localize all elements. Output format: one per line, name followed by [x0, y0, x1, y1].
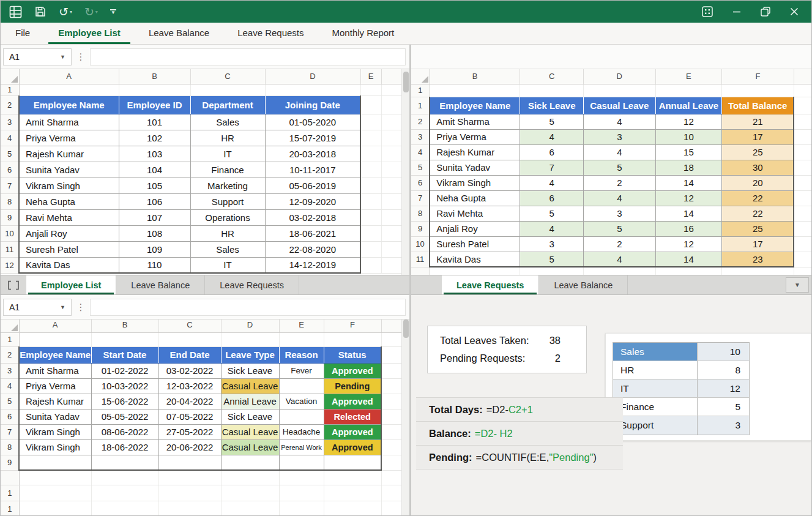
column-header[interactable]: A — [19, 69, 119, 84]
row-header[interactable]: 2 — [1, 95, 19, 114]
cell[interactable] — [324, 455, 381, 470]
cell[interactable]: Rajesh Kumar — [430, 144, 520, 160]
row-header[interactable]: 8 — [1, 193, 19, 209]
row-header[interactable]: 7 — [411, 190, 430, 206]
cell[interactable] — [158, 501, 221, 516]
cell[interactable]: HR — [190, 225, 265, 241]
cell[interactable]: 4 — [583, 144, 655, 160]
save-icon[interactable] — [34, 6, 47, 18]
row-header[interactable]: 6 — [1, 409, 19, 424]
row-header[interactable]: 1 — [411, 84, 430, 97]
cell[interactable]: 18-06-2022 — [91, 439, 158, 455]
row-header[interactable]: 6 — [411, 175, 430, 190]
cell[interactable]: Casual Leave — [221, 424, 279, 439]
cell[interactable] — [794, 144, 812, 160]
table-header-cell[interactable]: Start Date — [91, 346, 158, 363]
cell[interactable]: 03-02-2018 — [265, 209, 360, 225]
table-header-cell[interactable]: Total Balance — [722, 97, 794, 114]
cell[interactable] — [381, 332, 401, 346]
cell[interactable]: 23 — [722, 252, 794, 267]
undo-icon[interactable]: ↺▾ — [59, 6, 72, 18]
cell[interactable] — [794, 206, 812, 221]
cell[interactable] — [221, 485, 279, 501]
sheet-tab-leave-requests[interactable]: Leave Requests — [442, 275, 539, 294]
cell[interactable]: 15-06-2022 — [91, 394, 158, 409]
table-header-cell[interactable]: Employee Name — [19, 346, 91, 363]
row-header[interactable]: 2 — [1, 346, 19, 363]
cell[interactable]: 14-12-2019 — [265, 257, 360, 273]
table-header-cell[interactable]: Reason — [279, 346, 324, 363]
cell[interactable]: Marketing — [190, 178, 265, 193]
cell[interactable]: 110 — [119, 257, 190, 273]
column-header[interactable]: D — [265, 69, 360, 84]
cell[interactable] — [324, 470, 381, 485]
column-header[interactable]: E — [655, 69, 722, 84]
close-icon[interactable] — [789, 7, 799, 17]
cell[interactable] — [279, 455, 324, 470]
cell[interactable] — [794, 84, 812, 97]
cell[interactable] — [279, 501, 324, 516]
cell[interactable] — [381, 193, 401, 209]
column-header[interactable]: B — [119, 69, 190, 84]
cell[interactable]: Sunita Yadav — [430, 160, 520, 175]
scrollbar-bottom-left[interactable] — [401, 318, 409, 516]
row-header[interactable]: 1 — [1, 501, 19, 516]
cell[interactable]: Amit Sharma — [19, 363, 91, 378]
select-all-corner[interactable] — [1, 318, 19, 332]
table-header-cell[interactable]: Status — [324, 346, 381, 363]
menu-item-monthly-report[interactable]: Monthly Report — [322, 23, 404, 44]
column-header[interactable]: B — [430, 69, 520, 84]
dept-name-cell[interactable]: HR — [613, 361, 698, 379]
cell[interactable] — [381, 257, 401, 273]
cell[interactable] — [520, 267, 584, 275]
cell[interactable]: 07-05-2022 — [158, 409, 221, 424]
cell[interactable]: 12-03-2022 — [158, 378, 221, 394]
cell[interactable]: Vikram Singh — [19, 439, 91, 455]
cell[interactable]: Suresh Patel — [430, 236, 520, 252]
row-header[interactable]: 9 — [1, 209, 19, 225]
cell[interactable] — [279, 409, 324, 424]
column-header[interactable]: E — [279, 318, 324, 332]
cell[interactable] — [430, 267, 520, 275]
column-header[interactable]: C — [158, 318, 221, 332]
menu-item-file[interactable]: File — [6, 23, 40, 44]
cell[interactable] — [91, 332, 158, 346]
cell[interactable]: 12 — [655, 190, 722, 206]
cell[interactable]: 27-05-2022 — [158, 424, 221, 439]
cell[interactable]: Vikram Singh — [19, 178, 119, 193]
chevron-down-icon[interactable]: ▼ — [786, 277, 809, 293]
cell[interactable]: 14 — [655, 252, 722, 267]
cell[interactable] — [19, 84, 119, 95]
cell[interactable]: 25 — [722, 221, 794, 236]
row-header[interactable]: 6 — [1, 162, 19, 178]
cell[interactable]: 14 — [655, 175, 722, 190]
cell[interactable]: 3 — [583, 129, 655, 144]
row-header[interactable]: 10 — [1, 225, 19, 241]
cell[interactable] — [794, 160, 812, 175]
cell[interactable]: Fever — [279, 363, 324, 378]
row-header[interactable]: 8 — [411, 206, 430, 221]
cell[interactable] — [794, 221, 812, 236]
column-header[interactable]: D — [221, 318, 279, 332]
dept-value-cell[interactable]: 8 — [698, 361, 749, 379]
cell[interactable]: 18-06-2021 — [265, 225, 360, 241]
cell[interactable]: Headache — [279, 424, 324, 439]
cell[interactable] — [360, 193, 381, 209]
cell[interactable]: HR — [190, 130, 265, 146]
cell[interactable] — [158, 470, 221, 485]
cell[interactable]: IT — [190, 146, 265, 162]
cell[interactable]: 20-06-2022 — [158, 439, 221, 455]
quick-access-icon[interactable]: ▼ — [110, 9, 116, 15]
cell[interactable]: 4 — [520, 129, 584, 144]
cell[interactable] — [158, 485, 221, 501]
status-badge[interactable]: Pending — [324, 378, 381, 394]
row-header[interactable]: 11 — [411, 252, 430, 267]
column-header[interactable]: C — [190, 69, 265, 84]
column-header[interactable]: C — [520, 69, 584, 84]
cell[interactable] — [722, 84, 794, 97]
cell[interactable]: 17 — [722, 129, 794, 144]
cell[interactable] — [19, 470, 91, 485]
cell[interactable]: 103 — [119, 146, 190, 162]
cell[interactable] — [381, 178, 401, 193]
cell[interactable]: 20 — [722, 175, 794, 190]
